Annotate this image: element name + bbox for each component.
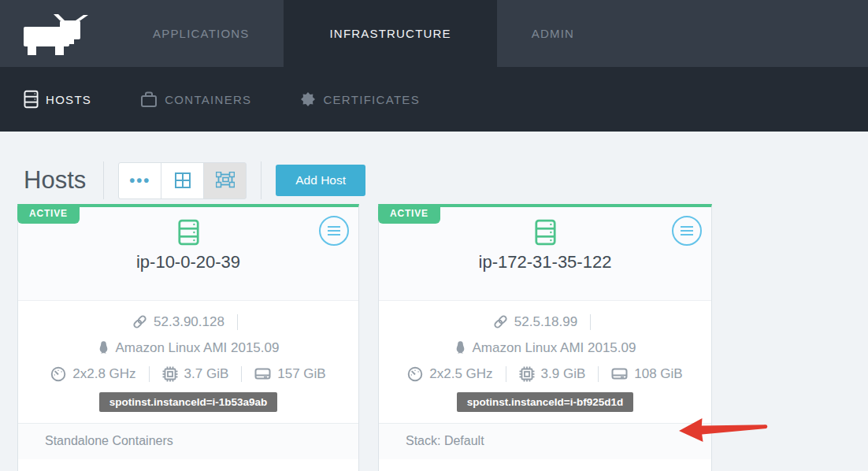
tab-admin[interactable]: ADMIN bbox=[497, 0, 609, 67]
host-ip: 52.3.90.128 bbox=[154, 314, 224, 330]
host-menu-button[interactable] bbox=[319, 216, 349, 246]
tab-applications[interactable]: APPLICATIONS bbox=[118, 0, 284, 67]
server-icon bbox=[24, 90, 39, 109]
host-cpu: 2x2.5 GHz bbox=[429, 366, 492, 382]
host-card-body: 52.3.90.128 Amazon Linux AMI 2015.09 bbox=[18, 300, 358, 413]
host-specs-row: 2x2.5 GHz 3.9 GiB bbox=[379, 361, 711, 387]
host-card-footer: Stack: Default bbox=[379, 423, 711, 459]
top-tabs: APPLICATIONS INFRASTRUCTURE ADMIN bbox=[118, 0, 609, 67]
rancher-cow-icon bbox=[22, 11, 90, 57]
host-labels-row: spotinst.instanceId=i-1b53a9ab bbox=[18, 387, 358, 413]
machine-view-button[interactable] bbox=[203, 162, 247, 199]
linux-penguin-icon bbox=[454, 340, 466, 355]
divider bbox=[506, 366, 506, 382]
infrastructure-subnav: HOSTS CONTAINERS CERTIFICATES bbox=[0, 67, 868, 132]
add-host-button[interactable]: Add Host bbox=[276, 165, 365, 196]
host-labels-row: spotinst.instanceId=i-bf925d1d bbox=[379, 387, 711, 413]
subnav-label-hosts: HOSTS bbox=[46, 93, 91, 106]
disk-icon bbox=[611, 366, 628, 381]
cpu-gauge-icon bbox=[407, 366, 423, 382]
grid-icon bbox=[174, 172, 191, 189]
divider bbox=[237, 314, 238, 330]
page-title: Hosts bbox=[24, 166, 86, 195]
tab-infrastructure[interactable]: INFRASTRUCTURE bbox=[284, 0, 496, 67]
certificate-seal-icon bbox=[300, 91, 316, 107]
memory-chip-icon bbox=[519, 366, 535, 382]
container-icon bbox=[140, 91, 158, 108]
host-os-row: Amazon Linux AMI 2015.09 bbox=[18, 335, 358, 361]
host-card: ACTIVE ip-172-31-35-122 bbox=[378, 204, 712, 471]
host-memory: 3.9 GiB bbox=[541, 366, 586, 382]
host-card-body: 52.5.18.99 Amazon Linux AMI 2015.09 bbox=[379, 300, 711, 413]
cpu-gauge-icon bbox=[50, 366, 66, 382]
host-memory: 3.7 GiB bbox=[184, 366, 229, 382]
host-cards: ACTIVE ip-10-0-20-39 bbox=[0, 204, 868, 471]
host-label-tag: spotinst.instanceId=i-bf925d1d bbox=[457, 392, 633, 412]
disk-icon bbox=[254, 366, 271, 381]
divider bbox=[103, 161, 104, 199]
subnav-label-certificates: CERTIFICATES bbox=[323, 93, 420, 106]
host-ip: 52.5.18.99 bbox=[514, 314, 577, 330]
server-icon bbox=[534, 219, 557, 246]
server-icon bbox=[177, 219, 200, 246]
host-name[interactable]: ip-172-31-35-122 bbox=[379, 252, 711, 273]
link-icon bbox=[493, 314, 508, 329]
divider bbox=[149, 366, 150, 382]
host-label-tag: spotinst.instanceId=i-1b53a9ab bbox=[99, 392, 278, 412]
host-specs-row: 2x2.8 GHz 3.7 GiB bbox=[18, 361, 358, 387]
subnav-item-certificates[interactable]: CERTIFICATES bbox=[300, 91, 420, 107]
host-os: Amazon Linux AMI 2015.09 bbox=[116, 340, 280, 356]
host-menu-button[interactable] bbox=[672, 216, 702, 246]
host-ip-row: 52.5.18.99 bbox=[379, 309, 711, 335]
machine-view-icon bbox=[216, 172, 235, 189]
hosts-toolbar: Hosts ••• bbox=[0, 132, 868, 204]
ellipsis-icon: ••• bbox=[129, 176, 150, 184]
host-card: ACTIVE ip-10-0-20-39 bbox=[17, 204, 359, 471]
host-os-row: Amazon Linux AMI 2015.09 bbox=[379, 335, 711, 361]
list-view-button[interactable]: ••• bbox=[118, 162, 161, 199]
subnav-item-containers[interactable]: CONTAINERS bbox=[140, 91, 251, 108]
subnav-label-containers: CONTAINERS bbox=[165, 93, 251, 106]
divider bbox=[598, 366, 599, 382]
linux-penguin-icon bbox=[98, 340, 109, 355]
host-name[interactable]: ip-10-0-20-39 bbox=[18, 252, 358, 273]
hosts-page: Hosts ••• bbox=[0, 132, 868, 471]
divider bbox=[261, 161, 262, 199]
subnav-item-hosts[interactable]: HOSTS bbox=[24, 90, 91, 109]
link-icon bbox=[132, 314, 147, 329]
grid-view-button[interactable] bbox=[161, 162, 204, 199]
host-card-footer: Standalone Containers bbox=[18, 423, 358, 459]
status-badge: ACTIVE bbox=[378, 204, 440, 224]
memory-chip-icon bbox=[162, 366, 178, 382]
footer-partial-text: Standalone Containers bbox=[45, 434, 173, 447]
view-mode-group: ••• bbox=[118, 162, 247, 199]
top-navbar: APPLICATIONS INFRASTRUCTURE ADMIN bbox=[0, 0, 868, 67]
divider bbox=[241, 366, 242, 382]
rancher-logo[interactable] bbox=[0, 0, 118, 67]
host-cpu: 2x2.8 GHz bbox=[72, 366, 135, 382]
host-ip-row: 52.3.90.128 bbox=[18, 309, 358, 335]
host-storage: 108 GiB bbox=[634, 366, 682, 382]
host-storage: 157 GiB bbox=[277, 366, 325, 382]
status-badge: ACTIVE bbox=[17, 204, 80, 224]
host-os: Amazon Linux AMI 2015.09 bbox=[473, 340, 636, 356]
divider bbox=[590, 314, 591, 330]
footer-partial-text: Stack: Default bbox=[406, 434, 484, 447]
